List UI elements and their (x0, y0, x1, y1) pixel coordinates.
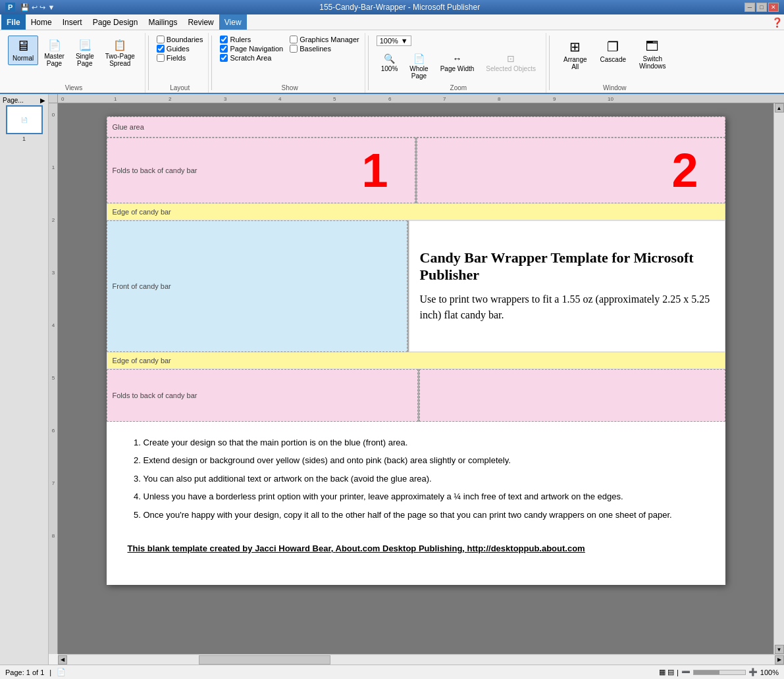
boundaries-checkbox[interactable]: Boundaries (157, 36, 203, 43)
help-icon[interactable]: ❓ (771, 17, 783, 28)
svg-text:7: 7 (443, 96, 446, 102)
scroll-thumb-h[interactable] (199, 655, 330, 665)
ruler-corner (49, 94, 58, 103)
baselines-checkbox[interactable]: Baselines (290, 45, 359, 53)
window-title: 155-Candy-Bar-Wrapper - Microsoft Publis… (319, 3, 480, 12)
publisher-page[interactable]: Glue area Folds to back of candy bar 1 (107, 116, 725, 585)
arrange-all-button[interactable]: ⊞ ArrangeAll (558, 36, 593, 74)
two-page-label: Two-PageSpread (105, 53, 135, 67)
canvas-panel: 0 1 2 3 4 5 6 7 8 9 10 (49, 94, 784, 665)
front-left: Front of candy bar (107, 220, 407, 352)
scrollbar-v[interactable]: ▲ ▼ (773, 103, 784, 654)
zoom-100-button[interactable]: 🔍 100% (377, 50, 403, 83)
status-left: Page: 1 of 1 | 📄 (5, 668, 66, 676)
credit-text: This blank template created by Jacci How… (128, 543, 585, 553)
normal-view-icon: 🖥 (16, 39, 30, 53)
zoom-slider[interactable] (693, 670, 746, 675)
page-width-icon: ↔ (453, 53, 462, 64)
whole-page-button[interactable]: 📄 WholePage (405, 50, 432, 83)
page-navigation-checkbox[interactable]: Page Navigation (220, 45, 283, 53)
instructions-area: Create your design so that the main port… (107, 422, 725, 538)
menu-review[interactable]: Review (182, 14, 219, 30)
graphics-manager-input[interactable] (290, 36, 298, 43)
instruction-2: Extend design or background over yellow … (144, 453, 704, 468)
v-ruler: 0 1 2 3 4 5 6 7 8 (49, 103, 58, 654)
graphics-manager-checkbox[interactable]: Graphics Manager (290, 36, 359, 43)
rulers-row: 0 1 2 3 4 5 6 7 8 9 10 (49, 94, 784, 103)
single-page-button[interactable]: 📃 SinglePage (70, 36, 99, 70)
single-page-label: SinglePage (76, 53, 94, 67)
arrange-all-label: ArrangeAll (563, 56, 587, 70)
svg-text:8: 8 (52, 533, 55, 539)
menu-home[interactable]: Home (26, 14, 57, 30)
front-right: Candy Bar Wrapper Template for Microsoft… (409, 220, 725, 352)
status-zoom-plus[interactable]: ➕ (748, 668, 758, 676)
page-number-1: 1 (22, 136, 26, 142)
page-width-button[interactable]: ↔ Page Width (436, 50, 479, 83)
page-bottom-margin (107, 559, 725, 585)
menu-insert[interactable]: Insert (57, 14, 88, 30)
page-navigation-input[interactable] (220, 45, 228, 53)
credit-author: Jacci Howard Bear (255, 543, 331, 553)
svg-text:5: 5 (333, 96, 336, 102)
scrollbar-h[interactable]: ◀ ▶ (58, 654, 784, 665)
guides-checkbox[interactable]: Guides (157, 45, 203, 53)
two-page-button[interactable]: 📋 Two-PageSpread (101, 36, 140, 70)
svg-text:1: 1 (52, 164, 55, 170)
content-area: Page... ▶ 📄 1 0 1 2 3 4 (0, 94, 784, 665)
page-thumbnail-1[interactable]: 📄 (6, 105, 43, 134)
boundaries-input[interactable] (157, 36, 165, 43)
scroll-right-button[interactable]: ▶ (775, 655, 784, 665)
fields-checkbox[interactable]: Fields (157, 54, 203, 62)
fields-input[interactable] (157, 54, 165, 62)
master-page-label: MasterPage (44, 53, 65, 67)
page-nav-label: Page... (3, 97, 24, 104)
rulers-input[interactable] (220, 36, 228, 43)
window-buttons: ⊞ ArrangeAll ❐ Cascade 🗔 SwitchWindows (558, 33, 672, 83)
page-nav-arrow[interactable]: ▶ (40, 97, 45, 104)
switch-windows-button[interactable]: 🗔 SwitchWindows (633, 36, 672, 73)
number-2-label: 2 (671, 147, 698, 194)
h-ruler-ticks: 0 1 2 3 4 5 6 7 8 9 10 (58, 94, 784, 103)
main-canvas[interactable]: Glue area Folds to back of candy bar 1 (58, 103, 773, 654)
minimize-button[interactable]: ─ (745, 3, 755, 12)
scratch-area-input[interactable] (220, 54, 228, 62)
svg-text:3: 3 (224, 96, 227, 102)
window-group-label: Window (603, 83, 627, 93)
fold-bottom-right (419, 369, 725, 422)
svg-text:2: 2 (52, 217, 55, 223)
status-divider1: | (49, 668, 51, 676)
menu-page-design[interactable]: Page Design (88, 14, 144, 30)
status-zoom-minus[interactable]: ➖ (681, 668, 691, 676)
sep4 (549, 36, 550, 90)
cascade-button[interactable]: ❐ Cascade (594, 36, 632, 66)
status-view-icons: ▦ ▤ (659, 668, 674, 676)
scroll-up-button[interactable]: ▲ (775, 103, 784, 113)
rulers-checkbox[interactable]: Rulers (220, 36, 283, 43)
layout-checkboxes: Boundaries Guides Fields (157, 36, 203, 62)
menu-mailings[interactable]: Mailings (143, 14, 182, 30)
normal-view-button[interactable]: 🖥 Normal (8, 36, 38, 65)
doc-title: Candy Bar Wrapper Template for Microsoft… (420, 249, 714, 284)
scroll-down-button[interactable]: ▼ (775, 645, 784, 654)
layout-group-label: Layout (170, 83, 190, 93)
scroll-left-button[interactable]: ◀ (58, 655, 67, 665)
zoom-slider-fill (694, 670, 719, 674)
instruction-1: Create your design so that the main port… (144, 435, 704, 450)
whole-page-label: WholePage (409, 65, 428, 80)
menu-file[interactable]: File (1, 14, 26, 30)
close-button[interactable]: ✕ (768, 3, 779, 12)
page-thumbnail-content: 📄 (21, 117, 28, 123)
baselines-input[interactable] (290, 45, 298, 53)
guides-input[interactable] (157, 45, 165, 53)
scratch-area-checkbox[interactable]: Scratch Area (220, 54, 283, 62)
zoom-dropdown[interactable]: 100% ▼ (377, 36, 411, 46)
number-1-label: 1 (361, 147, 388, 194)
title-bar-left: P 💾 ↩ ↪ ▼ (5, 3, 55, 12)
restore-button[interactable]: □ (756, 3, 767, 12)
selected-objects-button[interactable]: ⊡ Selected Objects (481, 50, 540, 83)
svg-text:7: 7 (52, 480, 55, 486)
fold-back-top: Folds to back of candy bar 1 2 (107, 138, 725, 203)
menu-view[interactable]: View (219, 14, 247, 30)
master-page-button[interactable]: 📄 MasterPage (39, 36, 69, 70)
